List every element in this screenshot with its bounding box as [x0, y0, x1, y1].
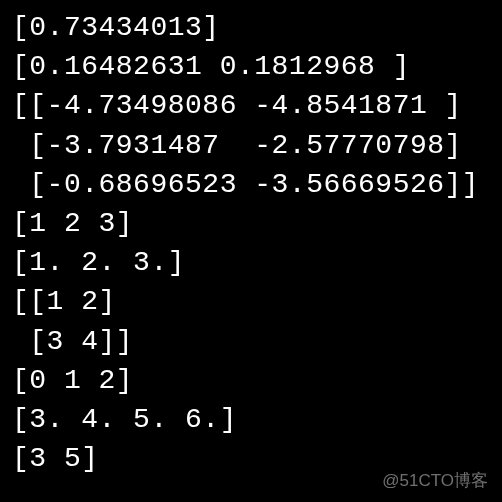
output-line: [0.73434013] [12, 8, 490, 47]
output-line: [0 1 2] [12, 361, 490, 400]
output-line: [[-4.73498086 -4.8541871 ] [12, 86, 490, 125]
output-line: [1 2 3] [12, 204, 490, 243]
output-line: [-3.7931487 -2.57770798] [12, 126, 490, 165]
terminal-output: [0.73434013] [0.16482631 0.1812968 ] [[-… [12, 8, 490, 478]
output-line: [0.16482631 0.1812968 ] [12, 47, 490, 86]
output-line: [-0.68696523 -3.56669526]] [12, 165, 490, 204]
output-line: [3. 4. 5. 6.] [12, 400, 490, 439]
output-line: [3 4]] [12, 322, 490, 361]
output-line: [1. 2. 3.] [12, 243, 490, 282]
output-line: [[1 2] [12, 282, 490, 321]
watermark-text: @51CTO博客 [382, 469, 488, 492]
